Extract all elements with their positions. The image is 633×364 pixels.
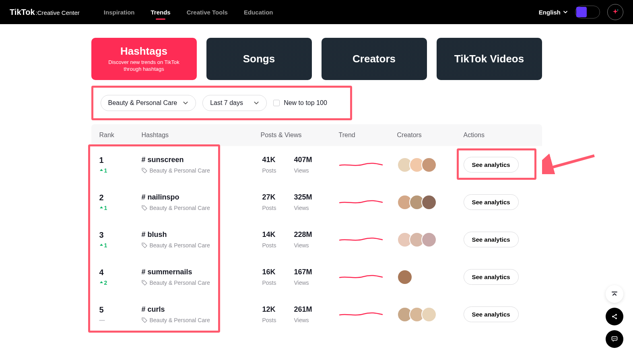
new-to-top-checkbox[interactable]: New to top 100 [273, 99, 327, 107]
svg-point-6 [612, 316, 614, 317]
table-row: 1 1# sunscreen Beauty & Personal Care 41… [91, 146, 542, 183]
posts-stat: 27K Posts [262, 193, 276, 211]
trend-cell [339, 272, 397, 282]
svg-point-12 [615, 338, 616, 339]
see-analytics-button[interactable]: See analytics [464, 269, 519, 285]
tag-icon [142, 205, 147, 211]
hashtag-cell[interactable]: # summernails Beauty & Personal Care [142, 268, 262, 286]
trend-sparkline [339, 234, 383, 243]
creator-avatar[interactable] [421, 307, 437, 322]
col-hashtags: Hashtags [142, 132, 262, 139]
hashtag-name: # curls [142, 305, 262, 314]
chevron-down-icon [563, 10, 568, 14]
creator-avatar[interactable] [421, 232, 437, 247]
tab-title: TikTok Videos [454, 53, 524, 65]
tab-creators[interactable]: Creators [322, 38, 427, 80]
nav-item-inspiration[interactable]: Inspiration [104, 9, 135, 16]
views-label: Views [294, 317, 312, 323]
hashtag-cell[interactable]: # sunscreen Beauty & Personal Care [142, 156, 262, 174]
tag-icon [142, 168, 147, 173]
share-button[interactable] [606, 308, 623, 325]
logo-sub: :Creative Center [36, 9, 80, 16]
action-cell: See analytics [464, 194, 532, 210]
see-analytics-button[interactable]: See analytics [464, 306, 519, 322]
sparkle-button[interactable] [607, 4, 623, 20]
language-label: English [539, 9, 561, 16]
views-stat: 325M Views [294, 193, 312, 211]
views-value: 261M [294, 305, 312, 314]
nav-item-education[interactable]: Education [244, 9, 273, 16]
creators-cell [397, 157, 464, 173]
table-row: 4 2# summernails Beauty & Personal Care … [91, 258, 542, 296]
nav-item-creative-tools[interactable]: Creative Tools [187, 9, 228, 16]
svg-point-7 [615, 314, 617, 316]
creator-avatar[interactable] [421, 157, 437, 173]
see-analytics-button[interactable]: See analytics [464, 194, 519, 210]
top-header: TikTok :Creative Center InspirationTrend… [0, 0, 633, 24]
rank-number: 3 [99, 230, 142, 240]
svg-point-11 [614, 338, 615, 339]
views-label: Views [294, 205, 312, 211]
arrow-annotation [542, 152, 598, 174]
posts-stat: 14K Posts [262, 230, 276, 249]
posts-views-cell: 41K Posts 407M Views [262, 156, 339, 174]
posts-value: 14K [262, 230, 276, 239]
rank-number: 1 [99, 156, 142, 165]
trend-cell [339, 197, 397, 208]
category-value: Beauty & Personal Care [108, 99, 177, 107]
views-stat: 228M Views [294, 230, 312, 249]
table-row: 3 1# blush Beauty & Personal Care 14K Po… [91, 221, 542, 258]
views-value: 167M [294, 268, 312, 276]
chevron-down-icon [183, 100, 188, 106]
tab-songs[interactable]: Songs [206, 38, 312, 80]
hashtag-cell[interactable]: # blush Beauty & Personal Care [142, 230, 262, 249]
tab-title: Songs [243, 53, 275, 65]
tab-hashtags[interactable]: HashtagsDiscover new trends on TikTok th… [91, 38, 197, 80]
category-filter[interactable]: Beauty & Personal Care [101, 95, 196, 111]
arrow-up-icon [99, 243, 103, 247]
message-icon [611, 335, 618, 343]
filters-panel: Beauty & Personal Care Last 7 days New t… [91, 86, 352, 120]
period-value: Last 7 days [210, 99, 243, 107]
tab-title: Creators [353, 53, 396, 65]
rank-cell: 4 2 [99, 268, 142, 286]
tag-icon [142, 280, 147, 286]
floating-buttons [606, 285, 623, 348]
logo[interactable]: TikTok :Creative Center [10, 8, 80, 17]
language-selector[interactable]: English [539, 9, 568, 16]
posts-views-cell: 27K Posts 325M Views [262, 193, 339, 211]
share-icon [611, 313, 618, 320]
rank-cell: 2 1 [99, 193, 142, 211]
rank-delta: 1 [99, 242, 142, 249]
col-creators: Creators [397, 132, 464, 139]
hashtag-cell[interactable]: # nailinspo Beauty & Personal Care [142, 193, 262, 211]
trend-sparkline [339, 272, 383, 281]
action-cell: See analytics [464, 269, 532, 285]
posts-label: Posts [262, 280, 276, 286]
creator-avatar[interactable] [421, 195, 437, 210]
see-analytics-button[interactable]: See analytics [464, 232, 519, 247]
period-filter[interactable]: Last 7 days [202, 95, 267, 111]
tab-tiktok-videos[interactable]: TikTok Videos [437, 38, 542, 80]
col-actions: Actions [464, 132, 532, 139]
tag-icon [142, 243, 147, 248]
arrow-up-icon [99, 281, 103, 285]
svg-point-2 [143, 206, 144, 207]
hashtag-category: Beauty & Personal Care [142, 317, 262, 323]
action-cell: See analytics [464, 157, 532, 173]
see-analytics-button[interactable]: See analytics [464, 157, 519, 173]
posts-stat: 16K Posts [262, 268, 276, 286]
views-label: Views [294, 167, 312, 174]
nav-item-trends[interactable]: Trends [151, 9, 171, 16]
creator-avatar[interactable] [397, 269, 412, 285]
hashtag-cell[interactable]: # curls Beauty & Personal Care [142, 305, 262, 323]
creators-cell [397, 269, 464, 285]
rank-delta: 1 [99, 167, 142, 174]
feedback-button[interactable] [606, 330, 623, 348]
scroll-top-button[interactable] [606, 285, 623, 303]
rank-cell: 3 1 [99, 230, 142, 249]
rank-delta: 1 [99, 205, 142, 211]
views-value: 325M [294, 193, 312, 202]
creators-cell [397, 232, 464, 247]
theme-toggle[interactable] [575, 6, 600, 19]
